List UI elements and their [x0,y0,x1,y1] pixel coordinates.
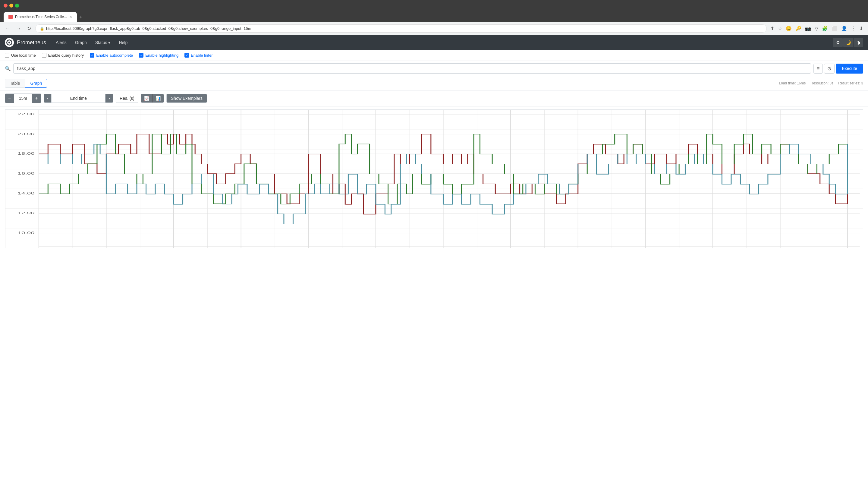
options-bar: Use local time Enable query history ✓ En… [0,50,868,61]
range-value-input[interactable] [14,94,32,102]
range-decrease-button[interactable]: − [5,94,14,103]
svg-text:20.00: 20.00 [18,132,35,136]
time-next-button[interactable]: › [105,94,113,102]
svg-text:18.00: 18.00 [18,152,35,155]
enable-query-history-checkbox[interactable] [42,53,46,58]
result-series: Result series: 3 [838,81,863,85]
chart-svg: 22.00 20.00 18.00 16.00 14.00 12.00 10.0… [5,110,863,248]
bookmark-icon[interactable]: ☆ [777,24,783,33]
use-local-time-option[interactable]: Use local time [5,53,36,58]
theme-light-button[interactable]: ⚙ [833,38,843,47]
chart-type-buttons: 📈 📊 [141,94,164,103]
end-time-input[interactable] [51,94,105,102]
tab-title: Prometheus Time Series Colle... [15,15,67,19]
enable-linter-option[interactable]: ✓ Enable linter [184,53,213,58]
close-window-button[interactable] [4,4,7,7]
window-controls [4,4,19,7]
results-header: Table Graph Load time: 16ms Resolution: … [0,76,868,90]
new-tab-button[interactable]: + [77,13,85,22]
tab-graph[interactable]: Graph [25,79,47,88]
maximize-window-button[interactable] [15,4,19,7]
search-icon: 🔍 [5,66,11,71]
result-meta: Load time: 16ms Resolution: 3s Result se… [779,81,863,85]
nav-alerts[interactable]: Alerts [52,38,70,47]
password-icon[interactable]: 🔑 [794,24,803,33]
time-nav: ‹ › [44,94,113,103]
enable-highlighting-checkbox[interactable]: ✓ [139,53,144,58]
enable-autocomplete-label: Enable autocomplete [96,53,133,58]
share-icon[interactable]: ⬆ [769,24,775,33]
enable-query-history-option[interactable]: Enable query history [42,53,84,58]
sidebar-icon[interactable]: ⬇ [858,24,864,33]
nav-brand: Prometheus [17,39,46,46]
enable-linter-label: Enable linter [191,53,213,58]
range-controls: − + [5,93,41,103]
show-exemplars-button[interactable]: Show Exemplars [166,94,207,103]
logo-inner [6,39,12,46]
graph-controls: − + ‹ › Res. (s) 📈 📊 Show Exemplars [0,90,868,107]
url-text: http://localhost:9090/graph?g0.expr=flas… [46,26,762,31]
range-increase-button[interactable]: + [32,94,41,103]
execute-button[interactable]: Execute [836,64,863,73]
svg-text:22.00: 22.00 [18,112,35,116]
query-bar: 🔍 ≡ ⊙ Execute [0,61,868,76]
enable-query-history-label: Enable query history [48,53,84,58]
enable-autocomplete-option[interactable]: ✓ Enable autocomplete [90,53,133,58]
load-time: Load time: 16ms [779,81,806,85]
resolution: Resolution: 3s [810,81,833,85]
query-input[interactable] [13,63,811,73]
tab-favicon [8,15,13,19]
reload-button[interactable]: ↻ [25,24,33,33]
tab-close-button[interactable]: ✕ [69,15,72,19]
use-local-time-checkbox[interactable] [5,53,9,58]
nav-graph[interactable]: Graph [71,38,90,47]
svg-rect-0 [5,110,863,248]
back-button[interactable]: ← [4,25,12,33]
query-actions: ≡ ⊙ Execute [813,64,863,73]
minimize-window-button[interactable] [9,4,13,7]
svg-text:12.00: 12.00 [18,211,35,215]
forward-button[interactable]: → [14,25,23,33]
window-controls-icon[interactable]: ⬜ [830,24,839,33]
use-local-time-label: Use local time [11,53,36,58]
prometheus-logo-icon [5,38,14,47]
camera-icon[interactable]: 📷 [804,24,812,33]
browser-titlebar [0,0,868,11]
svg-text:14.00: 14.00 [18,191,35,195]
extensions-icon[interactable]: 🧩 [821,24,829,33]
chart-line-button[interactable]: 📈 [141,94,153,102]
more-icon[interactable]: ⋮ [849,24,857,33]
account-icon[interactable]: 👤 [840,24,848,33]
enable-autocomplete-checkbox[interactable]: ✓ [90,53,94,58]
chart-area: 22.00 20.00 18.00 16.00 14.00 12.00 10.0… [0,107,868,248]
tab-bar: Prometheus Time Series Colle... ✕ + [0,11,868,22]
enable-highlighting-option[interactable]: ✓ Enable highlighting [139,53,179,58]
tab-table[interactable]: Table [5,79,25,88]
time-prev-button[interactable]: ‹ [44,94,52,102]
active-tab[interactable]: Prometheus Time Series Colle... ✕ [4,12,77,22]
nav-links: Alerts Graph Status Help [52,38,131,47]
profile-icon[interactable]: 😊 [784,24,793,33]
result-tabs: Table Graph [5,79,47,88]
enable-linter-checkbox[interactable]: ✓ [184,53,189,58]
chart-stacked-button[interactable]: 📊 [153,94,164,102]
browser-nav-bar: ← → ↻ 🔒 http://localhost:9090/graph?g0.e… [0,22,868,35]
top-nav: Prometheus Alerts Graph Status Help ⚙ 🌙 … [0,35,868,50]
nav-logo: Prometheus [5,38,46,47]
theme-auto-button[interactable]: ◑ [854,38,863,47]
resolution-button[interactable]: Res. (s) [116,94,138,103]
theme-buttons: ⚙ 🌙 ◑ [833,38,863,47]
chart-container: 22.00 20.00 18.00 16.00 14.00 12.00 10.0… [5,110,863,248]
enable-highlighting-label: Enable highlighting [145,53,179,58]
browser-chrome: Prometheus Time Series Colle... ✕ + ← → … [0,0,868,35]
nav-status[interactable]: Status [92,38,114,47]
theme-dark-button[interactable]: 🌙 [843,38,853,47]
url-bar[interactable]: 🔒 http://localhost:9090/graph?g0.expr=fl… [35,24,767,33]
svg-text:16.00: 16.00 [18,172,35,175]
lock-icon: 🔒 [40,27,44,31]
query-metrics-button[interactable]: ⊙ [824,64,835,73]
svg-text:10.00: 10.00 [18,231,35,235]
extension1-icon[interactable]: ▽ [813,24,819,33]
query-format-button[interactable]: ≡ [813,64,823,73]
nav-help[interactable]: Help [115,38,131,47]
